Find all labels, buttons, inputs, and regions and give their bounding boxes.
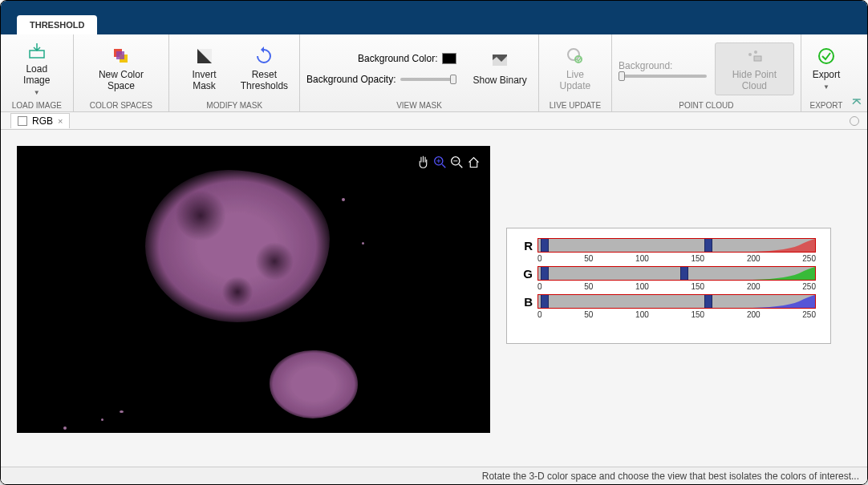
group-label: LOAD IMAGE xyxy=(7,99,67,110)
histogram-ticks: 050100150200250 xyxy=(537,282,816,291)
title-bar: THRESHOLD xyxy=(1,1,867,34)
invert-mask-button[interactable]: Invert Mask xyxy=(176,43,232,95)
tab-options-icon[interactable] xyxy=(850,116,859,126)
pc-background-label: Background: xyxy=(619,60,707,71)
binary-icon xyxy=(490,52,509,71)
high-handle[interactable] xyxy=(704,238,712,253)
group-label: POINT CLOUD xyxy=(619,99,794,110)
dropdown-arrow-icon: ▼ xyxy=(823,83,829,91)
point-cloud-icon xyxy=(744,46,764,66)
new-color-space-button[interactable]: New Color Space xyxy=(80,43,163,95)
zoom-out-icon[interactable] xyxy=(450,156,464,169)
invert-icon xyxy=(195,46,214,66)
group-label: MODIFY MASK xyxy=(176,99,293,110)
tab-checkbox[interactable] xyxy=(18,116,27,126)
low-handle[interactable] xyxy=(541,294,549,309)
svg-rect-11 xyxy=(754,56,761,61)
dropdown-arrow-icon: ▼ xyxy=(34,89,40,96)
content-area: R 050100150200250 G 050100150200250 B 05… xyxy=(1,130,867,467)
pan-icon[interactable] xyxy=(416,156,430,169)
status-bar: Rotate the 3-D color space and choose th… xyxy=(1,467,867,484)
group-label: VIEW MASK xyxy=(306,99,532,110)
svg-rect-0 xyxy=(30,51,44,58)
segmented-region xyxy=(270,350,358,418)
high-handle[interactable] xyxy=(704,294,712,309)
histogram-ticks: 050100150200250 xyxy=(537,254,816,263)
group-label: LIVE UPDATE xyxy=(546,99,605,110)
histogram-row-b: B xyxy=(521,294,816,309)
svg-line-19 xyxy=(459,164,462,168)
reset-thresholds-button[interactable]: Reset Thresholds xyxy=(236,43,293,95)
export-button[interactable]: Export ▼ xyxy=(808,43,846,94)
reset-icon xyxy=(254,46,274,66)
zoom-in-icon[interactable] xyxy=(433,156,447,169)
low-handle[interactable] xyxy=(541,238,549,253)
opacity-slider[interactable] xyxy=(400,78,456,81)
histogram-slider-b[interactable] xyxy=(537,294,816,309)
svg-rect-3 xyxy=(116,51,124,59)
background-color-swatch[interactable] xyxy=(442,53,456,64)
status-text: Rotate the 3-D color space and choose th… xyxy=(482,471,859,482)
histogram-panel: R 050100150200250 G 050100150200250 B 05… xyxy=(506,228,831,344)
histogram-row-g: G xyxy=(521,266,816,281)
svg-point-12 xyxy=(819,49,834,63)
histogram-slider-g[interactable] xyxy=(537,266,816,281)
background-opacity-label: Background Opacity: xyxy=(306,74,395,85)
live-update-icon xyxy=(566,46,585,66)
histogram-ticks: 050100150200250 xyxy=(537,310,816,319)
show-binary-button[interactable]: Show Binary xyxy=(468,49,531,89)
export-icon xyxy=(817,46,836,66)
low-handle[interactable] xyxy=(541,266,549,281)
high-handle[interactable] xyxy=(680,266,688,281)
ribbon-toolbar: Load Image ▼ LOAD IMAGE New Color Space … xyxy=(1,34,867,112)
collapse-ribbon-icon[interactable] xyxy=(851,97,862,108)
load-image-icon xyxy=(27,41,47,60)
channel-label: G xyxy=(521,267,533,281)
svg-point-9 xyxy=(754,51,757,54)
svg-point-6 xyxy=(568,49,579,60)
home-icon[interactable] xyxy=(467,156,481,169)
image-view[interactable] xyxy=(17,146,490,433)
group-label: EXPORT xyxy=(808,99,846,110)
pc-background-slider xyxy=(619,75,707,78)
group-label: COLOR SPACES xyxy=(80,99,163,110)
close-tab-icon[interactable]: × xyxy=(58,116,63,126)
channel-label: B xyxy=(521,295,533,309)
histogram-row-r: R xyxy=(521,238,816,253)
document-tab-bar: RGB × xyxy=(1,112,867,130)
view-controls xyxy=(416,156,481,169)
live-update-button[interactable]: Live Update xyxy=(546,43,605,95)
svg-point-8 xyxy=(748,53,752,56)
color-space-icon xyxy=(112,46,131,66)
histogram-slider-r[interactable] xyxy=(537,238,816,253)
tab-threshold[interactable]: THRESHOLD xyxy=(17,15,97,34)
channel-label: R xyxy=(521,239,533,253)
hide-point-cloud-button: Hide Point Cloud xyxy=(715,42,794,95)
segmented-region xyxy=(145,170,330,322)
tab-rgb[interactable]: RGB × xyxy=(10,113,70,128)
load-image-button[interactable]: Load Image ▼ xyxy=(7,38,67,99)
svg-line-15 xyxy=(442,164,445,168)
background-color-label: Background Color: xyxy=(358,53,437,64)
